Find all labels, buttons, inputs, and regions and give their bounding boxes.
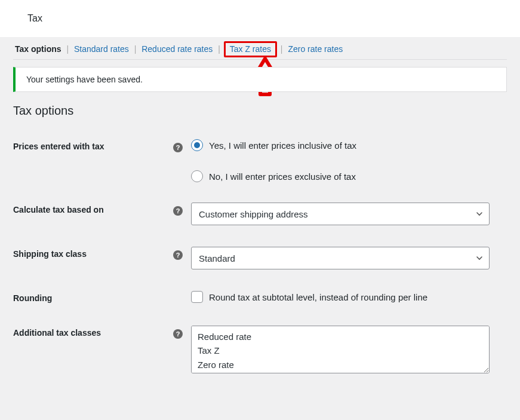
row-shipping-tax-class: Shipping tax class ? Standard — [13, 247, 507, 269]
select-shipping-tax-class-value: Standard — [199, 253, 235, 263]
section-title: Tax options — [13, 104, 507, 118]
help-icon[interactable]: ? — [173, 329, 183, 339]
help-icon[interactable]: ? — [173, 143, 183, 152]
checkbox-rounding-label: Round tax at subtotal level, instead of … — [209, 292, 427, 302]
tab-reduced-rate-rates[interactable]: Reduced rate rates — [140, 44, 214, 54]
notice-text: Your settings have been saved. — [26, 75, 143, 84]
label-calculate-tax: Calculate tax based on — [13, 203, 173, 214]
select-shipping-tax-class[interactable]: Standard — [191, 247, 490, 269]
label-additional-tax-classes: Additional tax classes — [13, 326, 173, 338]
page-title: Tax — [27, 13, 42, 23]
tab-tax-options[interactable]: Tax options — [13, 44, 63, 54]
checkbox-rounding[interactable] — [191, 291, 203, 303]
select-calculate-tax-value: Customer shipping address — [199, 209, 308, 219]
page-header: Tax — [0, 0, 520, 37]
checkbox-rounding-wrap[interactable]: Round tax at subtotal level, instead of … — [191, 291, 507, 303]
label-rounding: Rounding — [13, 291, 173, 303]
select-calculate-tax[interactable]: Customer shipping address — [191, 203, 490, 225]
label-shipping-tax-class: Shipping tax class — [13, 247, 173, 259]
radio-inclusive-label: Yes, I will enter prices inclusive of ta… — [209, 140, 356, 151]
textarea-additional-tax-classes[interactable] — [191, 326, 490, 373]
row-prices-entered-with-tax: Prices entered with tax ? Yes, I will en… — [13, 139, 507, 182]
tab-tax-z-rates[interactable]: Tax Z rates — [228, 44, 273, 54]
radio-exclusive-wrap[interactable]: No, I will enter prices exclusive of tax — [191, 170, 507, 182]
tab-standard-rates[interactable]: Standard rates — [72, 44, 131, 54]
subtab-nav: Tax options | Standard rates | Reduced r… — [13, 37, 507, 60]
tab-separator: | — [134, 44, 137, 54]
radio-inclusive[interactable] — [191, 139, 203, 151]
tab-separator: | — [281, 44, 283, 54]
tab-separator: | — [66, 44, 69, 54]
radio-exclusive-label: No, I will enter prices exclusive of tax — [209, 171, 356, 182]
row-calculate-tax: Calculate tax based on ? Customer shippi… — [13, 203, 507, 225]
label-prices-entered-with-tax: Prices entered with tax — [13, 139, 173, 151]
radio-exclusive[interactable] — [191, 170, 203, 182]
help-icon[interactable]: ? — [173, 250, 183, 260]
help-icon[interactable]: ? — [173, 206, 183, 216]
radio-inclusive-wrap[interactable]: Yes, I will enter prices inclusive of ta… — [191, 139, 507, 151]
success-notice: Your settings have been saved. — [13, 67, 507, 92]
tab-zero-rate-rates[interactable]: Zero rate rates — [286, 44, 344, 54]
tab-highlight-box: Tax Z rates — [224, 41, 277, 57]
tab-separator: | — [218, 44, 220, 54]
row-additional-tax-classes: Additional tax classes ? — [13, 326, 507, 375]
row-rounding: Rounding ? Round tax at subtotal level, … — [13, 291, 507, 304]
